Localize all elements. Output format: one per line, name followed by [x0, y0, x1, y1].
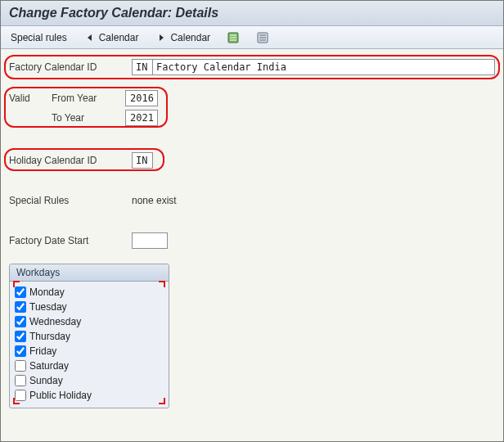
holiday-calendar-id-code[interactable]: [132, 152, 153, 169]
factory-date-start-label: Factory Date Start: [9, 235, 132, 246]
workday-checkbox[interactable]: [15, 345, 26, 357]
highlight-corner: [13, 281, 20, 287]
workday-label: Friday: [29, 345, 56, 357]
holiday-calendar-id-block: Holiday Calendar ID: [9, 152, 153, 172]
titlebar: Change Factory Calendar: Details: [1, 1, 503, 26]
workday-checkbox[interactable]: [15, 286, 26, 298]
prev-calendar-label: Calendar: [99, 32, 139, 43]
workday-label: Saturday: [29, 360, 69, 372]
highlight-corner: [13, 398, 20, 404]
workday-row[interactable]: Sunday: [15, 373, 164, 388]
valid-block: Valid From Year To Year: [9, 90, 158, 129]
workday-row[interactable]: Public Holiday: [15, 388, 164, 403]
workday-label: Tuesday: [29, 301, 67, 313]
factory-calendar-id-block: Factory Calendar ID: [9, 59, 495, 75]
valid-label: Valid: [9, 92, 52, 104]
workday-label: Sunday: [29, 375, 63, 386]
window: Change Factory Calendar: Details Special…: [0, 0, 504, 442]
svg-marker-1: [160, 34, 164, 41]
workday-label: Wednesday: [29, 316, 81, 327]
factory-date-start-input[interactable]: [132, 232, 168, 249]
workday-row[interactable]: Wednesday: [15, 314, 164, 329]
to-year-input[interactable]: [125, 110, 158, 126]
factory-calendar-id-label: Factory Calendar ID: [9, 61, 132, 73]
triangle-left-icon: [83, 31, 97, 44]
special-rules-value: none exist: [132, 195, 177, 206]
workday-row[interactable]: Saturday: [15, 359, 164, 373]
factory-date-start-row: Factory Date Start: [9, 232, 495, 249]
prev-calendar-button[interactable]: Calendar: [80, 29, 142, 46]
workday-label: Monday: [29, 286, 65, 298]
workday-checkbox[interactable]: [15, 360, 26, 372]
form-body: Factory Calendar ID Valid From Year To Y…: [1, 49, 503, 418]
workday-checkbox[interactable]: [15, 316, 26, 327]
workday-checkbox[interactable]: [15, 301, 26, 313]
special-rules-label: Special rules: [11, 32, 67, 43]
workday-checkbox[interactable]: [15, 375, 26, 386]
document-list-icon: [256, 31, 269, 44]
next-calendar-label: Calendar: [170, 32, 210, 43]
workdays-title: Workdays: [10, 264, 169, 282]
workday-label: Thursday: [29, 331, 70, 342]
document-green-icon: [227, 31, 240, 44]
from-year-input[interactable]: [125, 90, 158, 106]
workday-row[interactable]: Thursday: [15, 329, 164, 344]
special-rules-button[interactable]: Special rules: [7, 30, 70, 45]
workday-row[interactable]: Monday: [15, 285, 164, 300]
factory-calendar-id-code[interactable]: [132, 59, 153, 75]
triangle-right-icon: [155, 31, 168, 44]
workdays-group: Workdays MondayTuesdayWednesdayThursdayF…: [9, 264, 169, 408]
special-rules-label: Special Rules: [9, 195, 132, 206]
toolbar: Special rules Calendar Calendar: [1, 26, 503, 49]
factory-calendar-id-desc[interactable]: [152, 59, 495, 75]
toolbar-icon-1[interactable]: [223, 29, 243, 46]
next-calendar-button[interactable]: Calendar: [151, 29, 214, 46]
highlight-corner: [159, 398, 165, 404]
svg-marker-0: [88, 34, 92, 41]
holiday-calendar-id-label: Holiday Calendar ID: [9, 155, 132, 166]
to-year-label: To Year: [52, 112, 125, 124]
page-title: Change Factory Calendar: Details: [9, 6, 495, 20]
workday-row[interactable]: Tuesday: [15, 300, 164, 314]
workday-checkbox[interactable]: [15, 331, 26, 342]
toolbar-icon-2[interactable]: [253, 29, 272, 46]
workday-label: Public Holiday: [29, 390, 92, 401]
workday-row[interactable]: Friday: [15, 344, 164, 359]
special-rules-row: Special Rules none exist: [9, 195, 495, 206]
highlight-corner: [159, 281, 165, 287]
from-year-label: From Year: [52, 92, 125, 104]
